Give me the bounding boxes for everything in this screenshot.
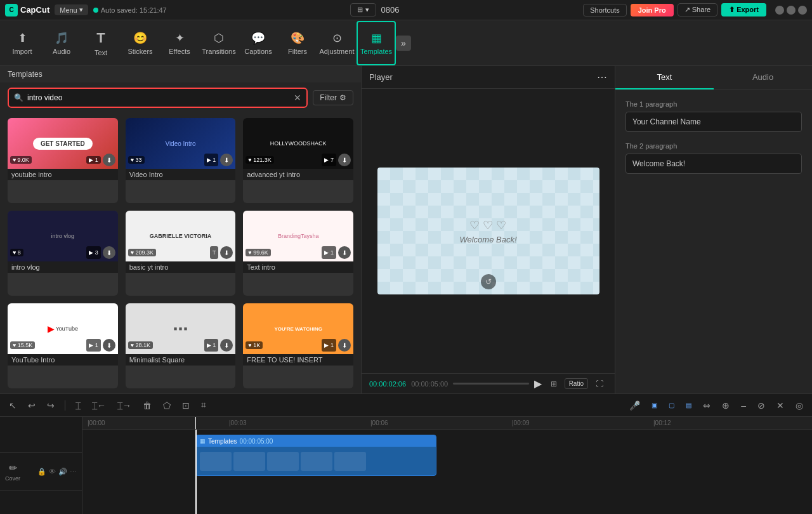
import-icon: ⬆	[18, 31, 27, 45]
tl-ctrl-3[interactable]: ▤	[682, 399, 695, 412]
fullframe-button[interactable]: ⊞	[547, 378, 561, 390]
filter-button[interactable]: Filter ⚙	[313, 90, 353, 105]
template-track[interactable]: ▦ Templates 00:00:05:00	[195, 435, 436, 476]
fullscreen-button[interactable]: ⛶	[592, 378, 607, 390]
split-button[interactable]: ⌶	[72, 399, 84, 412]
player-right-controls: ⊞ Ratio ⛶	[547, 378, 607, 390]
template-card-3[interactable]: HOLLYWOODSHACK ♥ 121.3K ▶ 7⬇ advanced yt…	[243, 118, 353, 203]
redo-button[interactable]: ↪	[43, 399, 58, 412]
shortcuts-button[interactable]: Shortcuts	[583, 4, 626, 16]
tool-text[interactable]: T Text	[81, 21, 121, 65]
zoom-out-button[interactable]: ◎	[792, 399, 807, 412]
tool-stickers[interactable]: 😊 Stickers	[121, 21, 160, 65]
trim-button[interactable]: ⌗	[197, 398, 210, 412]
timeline-content: ▦ Templates 00:00:05:00	[82, 430, 812, 514]
template-card-8[interactable]: ■ ■ ■ ♥ 28.1K ▶ 1⬇ Minimalist Square	[126, 303, 236, 388]
tool-import-label: Import	[12, 48, 32, 55]
play-button[interactable]: ▶	[534, 378, 542, 390]
tab-text[interactable]: Text	[615, 66, 714, 89]
template-card-7[interactable]: ▶YouTube ♥ 15.5K ▶ 1⬇ YouTube Intro	[8, 303, 118, 388]
split-keep-right[interactable]: ⌶→	[114, 399, 135, 412]
undo-button[interactable]: ↩	[24, 399, 39, 412]
tl-ctrl-8[interactable]: ✕	[773, 399, 788, 412]
tool-templates[interactable]: ▦ Templates	[357, 21, 396, 65]
tool-adjustment[interactable]: ⊙ Adjustment	[317, 21, 357, 65]
more-track-button[interactable]: ⋯	[70, 468, 77, 476]
tl-ctrl-5[interactable]: ⊕	[718, 399, 733, 412]
mask-button[interactable]: ⬠	[159, 399, 174, 412]
main-area: Templates 🔍 ✕ Filter ⚙ GET STARTED	[0, 66, 812, 393]
topbar: C CapCut Menu ▾ Auto saved: 15:21:47 ⊞ ▾…	[0, 0, 812, 20]
time-current: 00:00:02:06	[369, 380, 406, 388]
transitions-icon: ⬡	[214, 31, 224, 45]
crop-button[interactable]: ⊡	[178, 399, 193, 412]
tool-transitions[interactable]: ⬡ Transitions	[199, 21, 239, 65]
time-mark-0: |00:00	[88, 419, 105, 426]
share-button[interactable]: ↗ Share	[678, 3, 717, 16]
tab-audio[interactable]: Audio	[714, 66, 812, 89]
tl-ctrl-1[interactable]: ▣	[648, 399, 661, 412]
visibility-button[interactable]: 👁	[49, 468, 56, 476]
time-ruler: |00:00 |00:03 |00:06 |00:09 |00:12	[82, 417, 812, 430]
tool-text-label: Text	[95, 49, 107, 56]
wave-thumb-2	[233, 452, 265, 471]
tool-stickers-label: Stickers	[128, 48, 152, 55]
template-card-1[interactable]: GET STARTED ♥9.0K ▶ 1⬇ youtube intro	[8, 118, 118, 203]
export-icon: ⬆	[729, 6, 735, 13]
tool-audio[interactable]: 🎵 Audio	[42, 21, 81, 65]
delete-button[interactable]: 🗑	[139, 399, 155, 412]
tool-captions[interactable]: 💬 Captions	[239, 21, 278, 65]
clear-search-button[interactable]: ✕	[294, 93, 301, 103]
template-card-9[interactable]: YOU'RE WATCHING ♥ 1K ▶ 1⬇ FREE TO USE! I…	[243, 303, 353, 388]
export-button[interactable]: ⬆ Export	[721, 3, 766, 16]
more-tools-button[interactable]: »	[396, 36, 411, 51]
template-card-5[interactable]: GABRIELLE VICTORIA ♥ 209.3K T⬇ basic yt …	[126, 211, 236, 296]
wave-thumb-3	[267, 452, 299, 471]
tl-ctrl-7[interactable]: ⊘	[754, 399, 769, 412]
audio-track-button[interactable]: 🔊	[58, 468, 67, 476]
project-id: 0806	[381, 5, 400, 15]
player-menu-button[interactable]: ⋯	[597, 71, 607, 83]
tool-effects-label: Effects	[169, 48, 190, 55]
template-name-9: FREE TO USE! INSERT	[243, 354, 353, 366]
player-timeline-bar[interactable]	[453, 383, 528, 385]
timeline-tracks: |00:00 |00:03 |00:06 |00:09 |00:12 ▦ Tem…	[82, 417, 812, 514]
text-icon: T	[96, 30, 105, 46]
close-button[interactable]	[798, 6, 807, 15]
timeline-right-controls: 🎤 ▣ ▢ ▤ ⇔ ⊕ – ⊘ ✕ ◎	[625, 399, 807, 412]
template-card-2[interactable]: Video Intro ♥ 33 ▶ 1⬇ Video Intro	[126, 118, 236, 203]
audio-rec-button[interactable]: 🎤	[625, 399, 644, 412]
tool-import[interactable]: ⬆ Import	[3, 21, 42, 65]
time-total: 00:00:05:00	[411, 380, 448, 388]
template-name-8: Minimalist Square	[126, 354, 236, 366]
menu-button[interactable]: Menu ▾	[55, 4, 88, 15]
field-input-2[interactable]	[625, 154, 802, 174]
tl-ctrl-4[interactable]: ⇔	[699, 399, 714, 412]
field-label-1: The 1 paragraph	[625, 100, 802, 108]
search-input[interactable]	[27, 93, 290, 102]
tool-transitions-label: Transitions	[202, 48, 235, 55]
refresh-icon[interactable]: ↺	[481, 274, 496, 289]
breadcrumb: Templates	[8, 70, 43, 79]
template-card-6[interactable]: BrandingTaysha ♥ 99.6K ▶ 1⬇ Text intro	[243, 211, 353, 296]
field-input-1[interactable]	[625, 112, 802, 132]
template-name-1: youtube intro	[8, 169, 118, 180]
templates-grid: GET STARTED ♥9.0K ▶ 1⬇ youtube intro Vid…	[0, 113, 361, 393]
search-container: 🔍 ✕ Filter ⚙	[8, 88, 353, 108]
ratio-button[interactable]: Ratio	[565, 378, 588, 389]
tool-effects[interactable]: ✦ Effects	[160, 21, 199, 65]
tl-ctrl-6[interactable]: –	[737, 399, 750, 412]
tool-filters[interactable]: 🎨 Filters	[278, 21, 317, 65]
player-panel: Player ⋯ ♡ ♡ ♡ Welcome Back! ↺ 00:00:02:…	[362, 66, 615, 393]
tl-ctrl-2[interactable]: ▢	[665, 399, 678, 412]
select-tool-button[interactable]: ↖	[5, 399, 20, 412]
template-card-4[interactable]: intro vlog ♥ 8 ▶ 3⬇ intro vlog	[8, 211, 118, 296]
maximize-button[interactable]	[787, 6, 796, 15]
layout-toggle-button[interactable]: ⊞ ▾	[350, 3, 376, 16]
join-pro-button[interactable]: Join Pro	[631, 4, 674, 16]
adjustment-icon: ⊙	[332, 31, 342, 45]
minimize-button[interactable]	[775, 6, 784, 15]
cover-edit-area[interactable]: ✏ Cover	[5, 462, 20, 482]
split-keep-left[interactable]: ⌶←	[88, 399, 110, 412]
lock-track-button[interactable]: 🔒	[37, 468, 46, 476]
